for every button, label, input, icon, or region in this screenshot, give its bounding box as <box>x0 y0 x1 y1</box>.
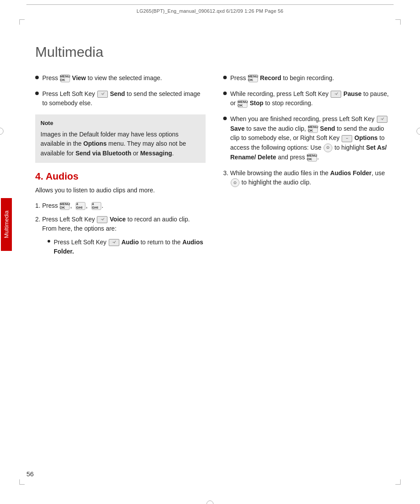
bullet-record: Press MENUOK Record to begin recording. <box>223 74 394 83</box>
sub-bullet-audio: Press Left Soft Key −⁄ Audio to return t… <box>43 238 206 257</box>
col-right: Press MENUOK Record to begin recording. … <box>219 74 394 261</box>
page-header: LG265(BPT)_Eng_manual_090612.qxd 6/12/09… <box>26 4 394 17</box>
note-box: Note Images in the Default folder may ha… <box>35 114 206 163</box>
page-title: Multimedia <box>35 44 394 60</box>
step-1-text: Press MENUOK, 4 GHI, 4 GHI. <box>42 201 103 210</box>
note-body: Images in the Default folder may have le… <box>41 130 200 158</box>
bullet-finished: When you are finished recording, press L… <box>223 114 394 162</box>
bullet-record-text: Press MENUOK Record to begin recording. <box>230 74 334 83</box>
nav-icon-2: ⊙ <box>231 178 239 187</box>
sub-bullet-dot <box>48 240 50 243</box>
bullet-dot-finished <box>223 117 227 120</box>
corner-tr <box>395 19 401 25</box>
circle-left <box>0 128 4 135</box>
menu-ok-stop: MENUOK <box>238 100 247 108</box>
note-title: Note <box>41 119 200 128</box>
step-3-text: While browsing the audio files in the Au… <box>230 169 394 188</box>
soft-key-icon: −⁄ <box>97 91 108 98</box>
circle-bottom <box>206 500 214 504</box>
step-2: 2. Press Left Soft Key −⁄ Voice to recor… <box>35 215 206 233</box>
bullet-dot <box>35 76 39 79</box>
menu-ok-final: MENUOK <box>307 154 317 162</box>
side-tab-label: Multimedia <box>1 198 12 251</box>
header-text: LG265(BPT)_Eng_manual_090612.qxd 6/12/09… <box>136 8 283 14</box>
bullet-view-text: Press MENUOK View to view the selected i… <box>42 74 162 83</box>
soft-key-save: −⁄ <box>377 116 387 123</box>
soft-key-pause: −⁄ <box>331 91 341 98</box>
menu-ok-icon: MENUOK <box>60 74 70 82</box>
soft-key-icon-3: −⁄ <box>109 239 119 246</box>
col-left: Press MENUOK View to view the selected i… <box>31 74 206 261</box>
step-1: 1. Press MENUOK, 4 GHI, 4 GHI. <box>35 201 206 210</box>
menu-ok-send: MENUOK <box>308 125 318 133</box>
section-number: 4. Audios <box>35 171 78 182</box>
sub-bullets: Press Left Soft Key −⁄ Audio to return t… <box>43 238 206 257</box>
side-tab: Multimedia <box>0 185 12 264</box>
nav-icon: ⊙ <box>324 143 332 152</box>
bullet-send: Press Left Soft Key −⁄ Send to send the … <box>35 89 206 108</box>
bullet-send-text: Press Left Soft Key −⁄ Send to send the … <box>42 89 206 108</box>
soft-key-options: − <box>342 135 352 142</box>
step-2-num: 2. <box>35 215 41 233</box>
step-3-num: 3. <box>223 169 228 188</box>
two-column-layout: Press MENUOK View to view the selected i… <box>31 74 394 261</box>
menu-ok-icon-3: MENUOK <box>248 74 258 82</box>
menu-ok-icon-2: MENUOK <box>60 202 70 210</box>
step-3: 3. While browsing the audio files in the… <box>223 169 394 188</box>
corner-br <box>395 479 401 485</box>
section-heading: 4. Audios <box>35 171 206 182</box>
key-4ghi-1: 4 GHI <box>76 202 85 210</box>
bullet-finished-text: When you are finished recording, press L… <box>230 114 394 162</box>
soft-key-icon-2: −⁄ <box>97 216 107 223</box>
bullet-dot-2 <box>35 92 39 95</box>
main-content: Multimedia Press MENUOK View to view the… <box>26 26 394 478</box>
bullet-dot-pause <box>223 92 227 95</box>
sub-bullet-audio-text: Press Left Soft Key −⁄ Audio to return t… <box>54 238 206 257</box>
corner-bl <box>19 479 25 485</box>
step-1-num: 1. <box>35 201 41 210</box>
bullet-pause-stop: While recording, press Left Soft Key −⁄ … <box>223 89 394 108</box>
section-desc: Allows you to listen to audio clips and … <box>35 186 206 195</box>
bullet-pause-text: While recording, press Left Soft Key −⁄ … <box>230 89 394 108</box>
bullet-view: Press MENUOK View to view the selected i… <box>35 74 206 83</box>
step-2-text: Press Left Soft Key −⁄ Voice to record a… <box>42 215 206 233</box>
corner-tl <box>19 19 25 25</box>
circle-right <box>416 128 420 135</box>
key-4ghi-2: 4 GHI <box>92 202 101 210</box>
bullet-dot-record <box>223 76 227 79</box>
